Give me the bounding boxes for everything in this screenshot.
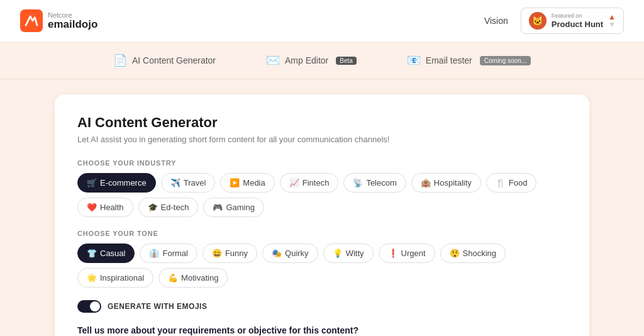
tone-pills: 👕Casual👔Formal😄Funny🎭Quirky💡Witty❗Urgent… [77, 244, 567, 288]
emoji-toggle-label: GENERATE WITH EMOJIS [108, 302, 207, 311]
tone-pill-motivating[interactable]: 💪Motivating [158, 268, 228, 288]
tone-pill-shocking[interactable]: 😲Shocking [440, 244, 506, 263]
nav-ai-content-icon: 📄 [113, 53, 127, 67]
header-right: Vision 🐱 Featured on Product Hunt ▲ ▼ [484, 8, 624, 34]
main-container: AI Content Generator Let AI assist you i… [0, 79, 644, 336]
emoji-toggle[interactable] [77, 300, 101, 313]
tone-icon-formal: 👔 [149, 249, 159, 258]
industry-pills: 🛒E-commerce✈️Travel▶️Media📈Fintech📡Telec… [77, 173, 567, 217]
industry-icon-hospitality: 🏨 [421, 178, 431, 188]
industry-label-hospitality: Hospitality [434, 178, 472, 188]
ph-arrow-icon: ▲ ▼ [608, 13, 616, 28]
industry-icon-food: 🍴 [496, 178, 506, 188]
product-hunt-icon: 🐱 [529, 12, 547, 30]
svg-rect-0 [20, 9, 43, 32]
tone-icon-urgent: ❗ [388, 249, 398, 258]
industry-label-gaming: Gaming [226, 203, 255, 212]
industry-pill-hospitality[interactable]: 🏨Hospitality [411, 173, 481, 193]
nav-email-tester-label: Email tester [426, 55, 472, 65]
tone-label-quirky: Quirky [285, 249, 309, 258]
nav-bar: 📄 AI Content Generator ✉️ Amp Editor Bet… [0, 42, 644, 79]
tone-pill-quirky[interactable]: 🎭Quirky [262, 244, 318, 263]
nav-email-tester-icon: 📧 [407, 53, 421, 67]
coming-soon-badge: Coming soon... [480, 56, 531, 65]
nav-ai-content-label: AI Content Generator [132, 55, 216, 65]
logo-text: Netcore emaildojo [48, 11, 97, 31]
industry-label-food: Food [509, 178, 528, 188]
nav-email-tester[interactable]: 📧 Email tester Coming soon... [407, 53, 531, 67]
tone-pill-urgent[interactable]: ❗Urgent [379, 244, 435, 263]
tone-icon-motivating: 💪 [168, 273, 178, 283]
header: Netcore emaildojo Vision 🐱 Featured on P… [0, 0, 644, 42]
industry-pill-media[interactable]: ▶️Media [220, 173, 274, 193]
tone-icon-casual: 👕 [87, 249, 97, 258]
content-card: AI Content Generator Let AI assist you i… [55, 94, 589, 336]
nav-amp-editor[interactable]: ✉️ Amp Editor Beta [266, 53, 357, 67]
tone-icon-witty: 💡 [333, 249, 343, 258]
industry-icon-travel: ✈️ [170, 178, 180, 188]
tone-icon-funny: 😄 [212, 249, 222, 258]
industry-label-fintech: Fintech [303, 178, 330, 188]
industry-label: CHOOSE YOUR INDUSTRY [77, 159, 567, 167]
tone-pill-inspirational[interactable]: 🌟Inspirational [77, 268, 153, 288]
tone-icon-inspirational: 🌟 [87, 273, 97, 283]
tone-label-funny: Funny [225, 249, 248, 258]
industry-label-telecom: Telecom [366, 178, 396, 188]
beta-badge: Beta [336, 57, 357, 65]
tone-label-inspirational: Inspirational [100, 273, 144, 283]
industry-pill-travel[interactable]: ✈️Travel [161, 173, 216, 193]
tone-label-urgent: Urgent [401, 249, 426, 258]
industry-pill-edtech[interactable]: 🎓Ed-tech [138, 198, 199, 217]
nav-ai-content[interactable]: 📄 AI Content Generator [113, 53, 216, 67]
card-subtitle: Let AI assist you in generating short fo… [77, 135, 567, 144]
industry-pill-health[interactable]: ❤️Health [77, 198, 133, 217]
tone-pill-casual[interactable]: 👕Casual [77, 244, 135, 263]
tone-pill-formal[interactable]: 👔Formal [140, 244, 197, 263]
industry-icon-fintech: 📈 [289, 178, 299, 188]
industry-pill-gaming[interactable]: 🎮Gaming [203, 198, 264, 217]
tone-label-witty: Witty [346, 249, 364, 258]
industry-pill-telecom[interactable]: 📡Telecom [343, 173, 406, 193]
card-title: AI Content Generator [77, 115, 567, 131]
product-hunt-badge[interactable]: 🐱 Featured on Product Hunt ▲ ▼ [521, 8, 624, 34]
nav-amp-editor-icon: ✉️ [266, 53, 280, 67]
industry-icon-telecom: 📡 [353, 178, 363, 188]
ph-name-label: Product Hunt [552, 20, 603, 30]
industry-pill-food[interactable]: 🍴Food [486, 173, 537, 193]
content-question: Tell us more about your requirements or … [77, 325, 567, 335]
tone-icon-shocking: 😲 [450, 249, 460, 258]
industry-icon-health: ❤️ [87, 203, 97, 212]
industry-label-travel: Travel [184, 178, 206, 188]
industry-label-health: Health [100, 203, 124, 212]
industry-label-ecommerce: E-commerce [100, 178, 147, 188]
tone-label-shocking: Shocking [463, 249, 496, 258]
industry-pill-fintech[interactable]: 📈Fintech [280, 173, 339, 193]
industry-icon-ecommerce: 🛒 [87, 178, 97, 188]
product-hunt-text: Featured on Product Hunt [552, 13, 603, 29]
industry-icon-gaming: 🎮 [213, 203, 223, 212]
logo-area: Netcore emaildojo [20, 9, 97, 32]
industry-icon-edtech: 🎓 [148, 203, 158, 212]
emoji-toggle-row: GENERATE WITH EMOJIS [77, 300, 567, 313]
tone-label: CHOOSE YOUR TONE [77, 230, 567, 237]
nav-amp-editor-label: Amp Editor [285, 55, 328, 65]
tone-pill-witty[interactable]: 💡Witty [323, 244, 374, 263]
vision-link[interactable]: Vision [484, 16, 508, 26]
tone-icon-quirky: 🎭 [272, 249, 282, 258]
tone-label-casual: Casual [100, 249, 125, 258]
industry-label-edtech: Ed-tech [161, 203, 189, 212]
tone-label-motivating: Motivating [181, 273, 218, 283]
logo-netcore-label: Netcore [48, 11, 97, 19]
logo-emaildojo-label: emaildojo [48, 19, 97, 31]
ph-featured-label: Featured on [552, 13, 603, 20]
industry-icon-media: ▶️ [230, 178, 240, 188]
tone-label-formal: Formal [162, 249, 187, 258]
industry-pill-ecommerce[interactable]: 🛒E-commerce [77, 173, 156, 193]
tone-pill-funny[interactable]: 😄Funny [203, 244, 257, 263]
logo-icon [20, 9, 43, 32]
industry-label-media: Media [243, 178, 265, 188]
